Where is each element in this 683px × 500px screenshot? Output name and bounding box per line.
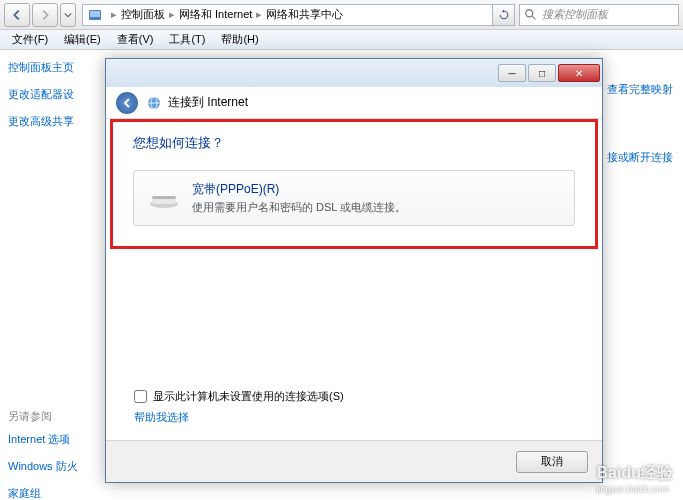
- link-connect-disconnect[interactable]: 接或断开连接: [607, 150, 673, 165]
- menu-view[interactable]: 查看(V): [109, 30, 162, 49]
- minimize-button[interactable]: ─: [498, 64, 526, 82]
- sidebar-link-adapter[interactable]: 更改适配器设: [8, 87, 97, 102]
- refresh-icon: [498, 9, 510, 21]
- help-link[interactable]: 帮助我选择: [134, 411, 189, 423]
- nav-forward-button[interactable]: [32, 3, 58, 27]
- chevron-right-icon: ▸: [111, 8, 117, 21]
- sidebar-link-firewall[interactable]: Windows 防火: [8, 459, 97, 474]
- navigation-bar: ▸ 控制面板 ▸ 网络和 Internet ▸ 网络和共享中心 搜索控制面板: [0, 0, 683, 30]
- menu-help[interactable]: 帮助(H): [213, 30, 266, 49]
- connect-internet-dialog: ─ □ ✕ 连接到 Internet 您想如何连接？ 宽带(PPPoE)(R) …: [105, 58, 603, 483]
- svg-rect-1: [90, 11, 100, 17]
- nav-history-dropdown[interactable]: [60, 3, 76, 27]
- globe-icon: [146, 95, 162, 111]
- dialog-footer: 取消: [106, 440, 602, 482]
- sidebar-link-home[interactable]: 控制面板主页: [8, 60, 97, 75]
- modem-icon: [148, 186, 180, 210]
- sidebar: 控制面板主页 更改适配器设 更改高级共享 另请参阅 Internet 选项 Wi…: [0, 50, 105, 500]
- dialog-header: 连接到 Internet: [106, 87, 602, 119]
- sidebar-section-title: 另请参阅: [8, 409, 97, 424]
- dialog-options: 显示此计算机未设置使用的连接选项(S) 帮助我选择: [106, 389, 602, 425]
- menu-edit[interactable]: 编辑(E): [56, 30, 109, 49]
- svg-rect-9: [152, 196, 176, 199]
- chevron-right-icon: ▸: [169, 8, 175, 21]
- chevron-right-icon: ▸: [256, 8, 262, 21]
- menu-bar: 文件(F) 编辑(E) 查看(V) 工具(T) 帮助(H): [0, 30, 683, 50]
- control-panel-icon: [87, 7, 103, 23]
- search-input[interactable]: 搜索控制面板: [519, 4, 679, 26]
- refresh-button[interactable]: [493, 4, 515, 26]
- sidebar-link-homegroup[interactable]: 家庭组: [8, 486, 97, 500]
- menu-file[interactable]: 文件(F): [4, 30, 56, 49]
- breadcrumb-item[interactable]: 控制面板: [121, 7, 165, 22]
- checkbox-label: 显示此计算机未设置使用的连接选项(S): [153, 389, 344, 404]
- link-view-map[interactable]: 查看完整映射: [607, 82, 673, 97]
- arrow-left-icon: [10, 8, 24, 22]
- highlighted-area: 您想如何连接？ 宽带(PPPoE)(R) 使用需要用户名和密码的 DSL 或电缆…: [110, 119, 598, 249]
- arrow-left-icon: [121, 97, 133, 109]
- breadcrumb-item[interactable]: 网络和共享中心: [266, 7, 343, 22]
- option-title: 宽带(PPPoE)(R): [192, 181, 406, 198]
- cancel-button[interactable]: 取消: [516, 451, 588, 473]
- svg-line-3: [532, 15, 536, 19]
- sidebar-link-sharing[interactable]: 更改高级共享: [8, 114, 97, 129]
- maximize-button[interactable]: □: [528, 64, 556, 82]
- option-description: 使用需要用户名和密码的 DSL 或电缆连接。: [192, 200, 406, 215]
- nav-back-button[interactable]: [4, 3, 30, 27]
- chevron-down-icon: [64, 11, 72, 19]
- svg-point-2: [526, 9, 533, 16]
- show-unused-checkbox[interactable]: [134, 390, 147, 403]
- arrow-right-icon: [38, 8, 52, 22]
- pppoe-option[interactable]: 宽带(PPPoE)(R) 使用需要用户名和密码的 DSL 或电缆连接。: [133, 170, 575, 226]
- search-icon: [524, 8, 538, 22]
- search-placeholder: 搜索控制面板: [542, 7, 608, 22]
- close-button[interactable]: ✕: [558, 64, 600, 82]
- dialog-titlebar[interactable]: ─ □ ✕: [106, 59, 602, 87]
- dialog-title: 连接到 Internet: [168, 94, 248, 111]
- breadcrumb-item[interactable]: 网络和 Internet: [179, 7, 252, 22]
- dialog-back-button[interactable]: [116, 92, 138, 114]
- sidebar-link-internet-options[interactable]: Internet 选项: [8, 432, 97, 447]
- dialog-question: 您想如何连接？: [133, 134, 575, 152]
- address-bar[interactable]: ▸ 控制面板 ▸ 网络和 Internet ▸ 网络和共享中心: [82, 4, 493, 26]
- dialog-body: 您想如何连接？ 宽带(PPPoE)(R) 使用需要用户名和密码的 DSL 或电缆…: [106, 119, 602, 425]
- menu-tools[interactable]: 工具(T): [161, 30, 213, 49]
